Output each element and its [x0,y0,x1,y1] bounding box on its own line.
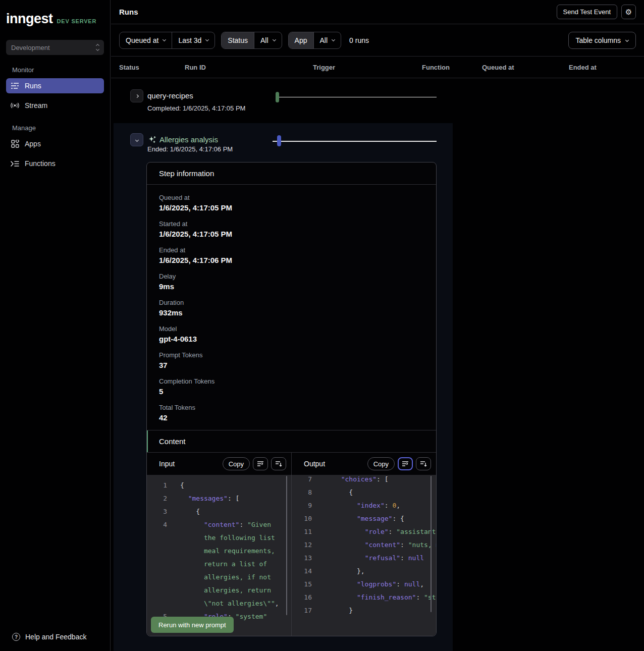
settings-button[interactable]: ⚙ [621,5,636,19]
time-range-dropdown[interactable]: Last 3d [172,32,214,48]
code-line: 10 "message": { [292,512,436,525]
code-line: 4 "content": "Given [147,518,291,531]
code-text: { [333,486,353,499]
sidebar-item-apps[interactable]: Apps [6,136,104,151]
line-number: 2 [147,492,167,505]
step-field: Duration932ms [159,299,424,318]
table-columns-label: Table columns [576,36,621,44]
code-text: "finish_reason": "stop" [333,591,436,604]
timeline-start-marker [276,92,279,102]
step-field-value: 42 [159,413,424,423]
expand-row-button[interactable] [130,89,143,102]
step-field-label: Completion Tokens [159,377,424,386]
step-field-label: Total Tokens [159,404,424,412]
line-number [147,531,167,545]
line-number: 12 [292,538,312,552]
runs-list-icon [11,82,19,90]
code-text: "choices": [ [333,475,389,486]
code-line: 16 "finish_reason": "stop" [292,591,436,604]
sort-field-value: Queued at [126,36,158,44]
output-code-panel[interactable]: 7 "choices": [8 {9 "index": 0,10 "messag… [291,475,436,636]
code-line: 3 { [147,505,291,518]
run-row-query-recipes: query-recipes Completed: 1/6/2025, 4:17:… [111,78,644,123]
word-wrap-icon [402,461,409,467]
main-area: Runs Send Test Event ⚙ Queued at Last 3d… [111,0,644,651]
line-number: 8 [292,486,312,499]
step-field-value: 1/6/2025, 4:17:05 PM [159,229,424,239]
run-row-allergies-analysis: Allergies analysis Ended: 1/6/2025, 4:17… [114,123,453,162]
copy-output-button[interactable]: Copy [367,457,395,470]
column-header-queued-at: Queued at [482,64,569,71]
line-number: 1 [147,479,167,492]
input-scrollbar[interactable] [286,476,287,615]
sidebar-item-label: Apps [25,140,41,148]
status-filter-group: Status All [221,32,282,49]
code-line: 12 "content": "nuts, m [292,538,436,552]
expand-lines-button[interactable] [416,457,431,470]
step-field: Delay9ms [159,273,424,292]
send-test-event-button[interactable]: Send Test Event [557,5,617,19]
step-field-label: Prompt Tokens [159,351,424,359]
sidebar-item-runs[interactable]: Runs [6,78,104,93]
chevron-down-icon [163,37,166,41]
code-text: the following list [180,531,275,545]
step-field-label: Started at [159,220,424,228]
stream-broadcast-icon [11,101,19,110]
line-number: 15 [292,578,312,591]
output-toolbar: Output Copy [291,453,436,475]
code-text: "content": "Given [180,518,271,531]
step-field-value: 5 [159,387,424,397]
table-columns-button[interactable]: Table columns [568,32,636,49]
step-field: Completion Tokens5 [159,377,424,397]
step-information-title: Step information [147,162,436,185]
code-text: "index": 0, [333,499,400,512]
step-field: Total Tokens42 [159,404,424,423]
code-line: 1{ [147,479,291,492]
code-text: "content": "nuts, m [333,538,436,552]
step-field: Modelgpt-4-0613 [159,325,424,344]
content-title: Content [159,437,186,446]
ai-sparkles-icon [148,135,157,144]
time-filter-group: Queued at Last 3d [119,32,215,49]
input-toolbar: Input Copy [147,453,291,475]
status-filter-label: Status [222,32,254,48]
logo-text: inngest [6,11,53,27]
column-header-function: Function [422,64,482,71]
environment-selector[interactable]: Development [6,40,104,55]
rerun-with-new-prompt-button[interactable]: Rerun with new prompt [151,617,234,633]
help-and-feedback-link[interactable]: ? Help and Feedback [0,633,110,651]
expand-lines-icon [275,461,282,467]
expand-lines-button[interactable] [271,457,286,470]
code-line: allergies, if not [147,571,291,584]
gear-icon: ⚙ [625,8,632,17]
sort-field-dropdown[interactable]: Queued at [120,32,172,48]
output-scrollbar[interactable] [431,476,432,612]
dev-server-badge: DEV SERVER [57,18,97,24]
updown-chevron-icon [96,44,99,50]
code-line: return a list of [147,558,291,571]
word-wrap-toggle-button[interactable] [253,457,268,470]
collapse-row-button[interactable] [130,133,143,146]
code-text: return a list of [180,558,267,571]
sidebar-item-functions[interactable]: Functions [6,156,104,171]
step-field-value: 9ms [159,282,424,292]
code-line: 15 "logprobs": null, [292,578,436,591]
step-field: Prompt Tokens37 [159,351,424,370]
app-filter-dropdown[interactable]: All [313,32,341,48]
page-title: Runs [119,8,138,16]
line-number [147,571,167,584]
word-wrap-toggle-button-active[interactable] [398,457,413,470]
status-filter-dropdown[interactable]: All [254,32,282,48]
step-field-label: Ended at [159,246,424,254]
sidebar-item-stream[interactable]: Stream [6,98,104,113]
input-code-panel[interactable]: 1{2 "messages": [3 {4 "content": "Given … [147,475,291,636]
run-name[interactable]: query-recipes [147,91,193,100]
line-number: 17 [292,604,312,617]
code-text: "logprobs": null, [333,578,424,591]
output-code: 7 "choices": [8 {9 "index": 0,10 "messag… [292,475,436,617]
step-field-label: Model [159,325,424,333]
run-name[interactable]: Allergies analysis [159,135,218,144]
help-and-feedback-label: Help and Feedback [25,633,86,641]
copy-input-button[interactable]: Copy [223,457,250,470]
code-text: "messages": [ [180,492,239,505]
